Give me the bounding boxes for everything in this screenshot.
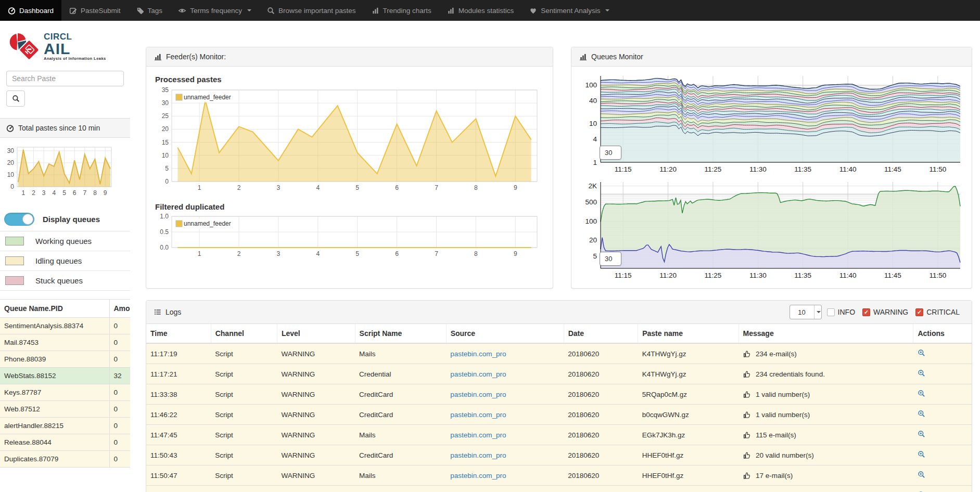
log-paste-name: HHEF0tHf.gz (638, 465, 739, 486)
log-source-link[interactable]: pastebin.com_pro (450, 411, 506, 419)
svg-text:5: 5 (165, 165, 169, 172)
chart-range-spinner[interactable]: 30 (600, 252, 621, 266)
log-source-link[interactable]: pastebin.com_pro (450, 472, 506, 480)
nav-trending-charts[interactable]: Trending charts (364, 0, 439, 21)
log-script: CreditCard (355, 445, 446, 465)
top-navbar: DashboardPasteSubmitTagsTerms frequencyB… (0, 0, 980, 21)
view-paste-button[interactable] (918, 390, 925, 397)
queues-amount-chart[interactable]: 10040104111:1511:2011:2511:3011:3511:401… (578, 72, 965, 178)
legend-working-queues: Working queues (0, 231, 130, 251)
search-icon (267, 7, 275, 15)
svg-text:5: 5 (355, 250, 359, 257)
nav-terms-frequency[interactable]: Terms frequency (170, 0, 259, 21)
logs-col-script-name: Script Name (355, 324, 446, 343)
log-date: 20180620 (564, 445, 638, 465)
view-paste-button[interactable] (918, 471, 925, 478)
log-level: WARNING (277, 486, 355, 492)
legend-label: Working queues (35, 237, 92, 245)
svg-text:8: 8 (474, 184, 478, 191)
search-button[interactable] (6, 90, 25, 107)
svg-text:11:35: 11:35 (794, 271, 811, 279)
svg-text:11:30: 11:30 (749, 271, 767, 279)
queue-col-amount: Amount (109, 300, 130, 318)
feeder-panel-title: Feeder(s) Monitor: (166, 53, 226, 61)
sidebar: CIRCL AIL Analysis of Information Leaks … (0, 21, 130, 492)
svg-text:unnamed_feeder: unnamed_feeder (184, 94, 231, 101)
filter-checkbox-critical[interactable]: ✓ (915, 308, 923, 316)
dashboard-icon (6, 124, 14, 132)
caret-down-icon (605, 9, 609, 11)
log-paste-name: gCBGbuBx.gz (638, 486, 739, 492)
chart-range-spinner[interactable]: 30 (600, 146, 621, 160)
svg-text:0.0: 0.0 (160, 244, 169, 251)
svg-text:9: 9 (514, 184, 517, 191)
logs-page-size-select[interactable]: 10 (790, 305, 822, 319)
view-paste-button[interactable] (918, 450, 925, 458)
log-source-link[interactable]: pastebin.com_pro (450, 350, 506, 358)
view-paste-button[interactable] (918, 410, 925, 418)
thumbs-up-icon (743, 370, 750, 378)
log-source-link[interactable]: pastebin.com_pro (450, 391, 506, 398)
nav-dashboard[interactable]: Dashboard (0, 0, 61, 21)
svg-text:25: 25 (162, 112, 169, 120)
nav-modules-statistics[interactable]: Modules statistics (439, 0, 522, 21)
queue-row: Phone.880390 (0, 351, 130, 368)
legend-label: Stuck queues (35, 276, 83, 285)
view-paste-button[interactable] (918, 369, 925, 377)
svg-text:100: 100 (585, 81, 597, 89)
log-channel: Script (211, 405, 277, 425)
filtered-duplicated-title: Filtered duplicated (155, 202, 545, 211)
queue-row: SentimentAnalysis.883740 (0, 318, 130, 334)
log-script: Mails (355, 465, 446, 486)
svg-text:100: 100 (585, 217, 597, 225)
svg-text:30: 30 (7, 147, 15, 154)
search-paste-input[interactable] (6, 71, 124, 86)
logo-tagline: Analysis of Information Leaks (44, 56, 106, 61)
filtered-duplicated-chart[interactable]: 0.00.51.0123456789unnamed_feeder (154, 212, 545, 264)
svg-text:35: 35 (162, 86, 169, 94)
display-queues-toggle[interactable] (4, 213, 34, 226)
filter-checkbox-info[interactable] (827, 308, 835, 316)
log-script: CreditCard (355, 405, 446, 425)
legend-swatch (5, 237, 24, 245)
thumbs-up-icon (743, 451, 750, 459)
nav-tags[interactable]: Tags (129, 0, 171, 21)
svg-text:unnamed_feeder: unnamed_feeder (184, 220, 231, 227)
nav-browse-important-pastes[interactable]: Browse important pastes (259, 0, 364, 21)
svg-text:3: 3 (277, 250, 281, 257)
filter-checkbox-warning[interactable]: ✓ (862, 308, 870, 316)
log-channel: Script (211, 445, 277, 465)
processed-pastes-title: Processed pastes (155, 75, 545, 84)
log-source-link[interactable]: pastebin.com_pro (450, 431, 506, 439)
nav-label: Terms frequency (190, 7, 242, 15)
nav-pastesubmit[interactable]: PasteSubmit (61, 0, 129, 21)
log-level: WARNING (277, 364, 355, 384)
log-date: 20180620 (564, 465, 638, 486)
queues-processed-chart[interactable]: 2K50010020511:1511:2011:2511:3011:3511:4… (578, 178, 965, 284)
logs-table: TimeChannelLevelScript NameSourceDatePas… (146, 324, 972, 492)
log-row: 11:33:38ScriptWARNINGCreditCardpastebin.… (146, 384, 972, 405)
feeder-monitor-panel: Feeder(s) Monitor: Processed pastes 0510… (146, 47, 553, 289)
svg-text:11:45: 11:45 (884, 165, 901, 173)
log-message: 1 valid number(s) (756, 411, 810, 419)
view-paste-button[interactable] (918, 430, 925, 438)
nav-sentiment-analysis[interactable]: Sentiment Analysis (521, 0, 617, 21)
log-source-link[interactable]: pastebin.com_pro (450, 451, 506, 459)
svg-text:20: 20 (7, 159, 15, 166)
queue-amount: 0 (109, 334, 130, 351)
view-paste-button[interactable] (918, 349, 925, 357)
log-paste-name: K4THWgYj.gz (638, 343, 739, 364)
queue-amount: 0 (109, 384, 130, 401)
svg-text:1: 1 (198, 184, 201, 191)
svg-text:11:45: 11:45 (884, 271, 901, 279)
logs-col-message: Message (739, 324, 913, 343)
log-row: 11:47:45ScriptWARNINGMailspastebin.com_p… (146, 425, 972, 445)
heart-icon (529, 7, 537, 15)
logs-col-channel: Channel (211, 324, 277, 343)
log-source-link[interactable]: pastebin.com_pro (450, 370, 506, 378)
queue-row: Duplicates.870790 (0, 451, 130, 468)
ail-logo-icon (7, 30, 42, 62)
chart-svg: 0.00.51.0123456789unnamed_feeder (154, 212, 544, 262)
queue-status-legend: Working queuesIdling queuesStuck queues (0, 231, 130, 291)
processed-pastes-chart[interactable]: 05101520253035123456789unnamed_feeder (154, 85, 545, 198)
